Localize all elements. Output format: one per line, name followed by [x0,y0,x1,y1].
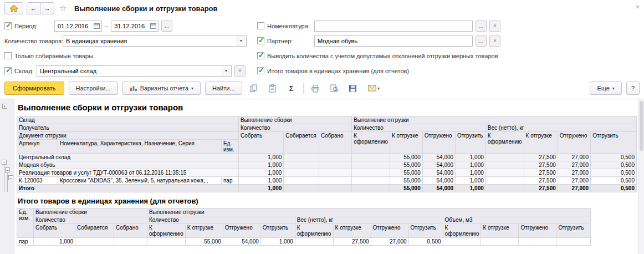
value-cell[interactable] [284,154,319,161]
deviations-checkbox[interactable] [257,52,264,59]
value-cell[interactable] [319,161,351,169]
more-button[interactable]: Еще ▾ [590,82,621,95]
column-header[interactable]: Отгрузить [260,224,295,238]
unit-cell[interactable]: пар [17,238,34,246]
value-cell[interactable] [319,154,351,161]
value-cell[interactable]: 55,000 [390,185,422,192]
value-cell[interactable]: 54,000 [422,169,455,177]
column-header[interactable]: К отгрузке [333,224,371,238]
report-variants-button[interactable]: Варианты отчета ▾ [122,82,201,95]
sum-button[interactable]: Σ [284,82,299,95]
item-unit[interactable]: пар [221,177,238,185]
value-cell[interactable]: 54,000 [223,238,260,246]
home-button[interactable] [4,2,23,14]
collapse-group-icon[interactable]: − [8,175,13,180]
column-header[interactable]: Склад [17,116,239,124]
value-cell[interactable]: 1,000 [456,161,486,169]
find-button[interactable]: Найти... [205,82,242,95]
calendar-icon[interactable] [93,23,100,29]
vertical-scrollbar[interactable] [638,99,644,254]
scrollbar-thumb[interactable] [640,101,643,151]
value-cell[interactable]: 1,000 [260,238,295,246]
value-cell[interactable]: 55,000 [390,169,422,177]
value-cell[interactable] [284,177,319,185]
column-header[interactable]: К оформлению [485,132,524,154]
value-cell[interactable] [481,238,519,246]
column-header[interactable]: К оформлению [295,224,333,238]
column-header[interactable]: К отгрузке [185,224,223,238]
value-cell[interactable]: 54,000 [422,185,455,192]
item-articul[interactable]: К-120003 [17,177,58,185]
value-cell[interactable]: 1,000 [238,177,283,185]
nomenclature-clear-button[interactable]: × [489,21,500,32]
warehouse-checkbox[interactable] [4,67,12,74]
value-cell[interactable] [319,185,351,192]
column-header[interactable]: Собрано [114,224,147,238]
value-cell[interactable] [485,185,524,192]
value-cell[interactable]: 55,000 [390,154,422,161]
value-cell[interactable]: 27,000 [558,185,590,192]
value-cell[interactable] [485,177,524,185]
column-header[interactable]: Артикул [17,140,58,154]
forward-button[interactable]: → [40,2,54,14]
print-button[interactable] [308,82,323,95]
back-button[interactable]: ← [27,2,40,14]
period-more-button[interactable]: ... [161,21,172,32]
column-header[interactable]: Собирается [75,224,114,238]
warehouse-clear-button[interactable]: × [234,65,246,77]
partner-more-button[interactable]: ... [476,35,487,47]
value-cell[interactable]: 27,000 [558,154,590,161]
column-header[interactable]: Отгружено [519,224,556,238]
partner-checkbox[interactable] [257,37,264,44]
value-cell[interactable] [556,238,591,246]
value-cell[interactable]: 27,000 [371,238,408,246]
favorite-star-button[interactable]: ☆ [58,3,69,13]
value-cell[interactable]: 0,500 [408,238,443,246]
value-cell[interactable]: 27,500 [524,177,558,185]
column-header[interactable]: К отгрузке [390,132,422,154]
expand-all-icon[interactable]: + [2,104,7,109]
value-cell[interactable] [319,169,351,177]
help-button[interactable]: ? [626,82,640,95]
column-header[interactable]: Количество [238,124,351,132]
column-header[interactable]: Выполнение сборки [34,209,147,216]
value-cell[interactable]: 0,500 [591,185,637,192]
value-cell[interactable]: 1,000 [238,169,283,177]
column-header[interactable]: Отгружено [422,132,455,154]
column-header[interactable]: Отгрузить [456,132,486,154]
partner-input[interactable]: Модная обувь [314,35,473,47]
value-cell[interactable] [147,238,186,246]
column-header[interactable]: Собрать [238,132,283,154]
value-cell[interactable]: 27,000 [558,169,590,177]
value-cell[interactable]: 1,000 [456,185,486,192]
column-header[interactable]: Выполнение сборки [238,116,351,124]
value-cell[interactable] [114,238,147,246]
value-cell[interactable] [485,169,524,177]
collapse-group-icon[interactable]: − [2,160,7,165]
value-cell[interactable]: 1,000 [238,185,283,192]
value-cell[interactable]: 27,000 [558,177,590,185]
column-header[interactable]: Отгружено [558,132,590,154]
close-icon[interactable]: × [635,3,640,11]
value-cell[interactable] [519,238,556,246]
copy-button[interactable] [247,82,261,95]
value-cell[interactable]: 0,500 [591,169,637,177]
group-label[interactable]: Центральный склад [17,154,239,161]
column-header[interactable]: Отгрузить [556,224,591,238]
value-cell[interactable]: 54,000 [422,154,455,161]
value-cell[interactable]: 27,500 [524,161,558,169]
column-header[interactable]: Ед. изм. [221,140,238,154]
column-header[interactable]: Количество [147,216,295,224]
value-cell[interactable]: 0,500 [591,154,637,161]
column-header[interactable]: Номенклатура, Характеристика, Назначение… [58,140,222,154]
value-cell[interactable]: 27,500 [524,185,558,192]
value-cell[interactable]: 1,000 [456,169,486,177]
column-header[interactable]: Отгрузить [591,132,637,154]
value-cell[interactable]: 0,500 [591,177,637,185]
save-button[interactable] [346,82,360,95]
send-mail-button[interactable]: ▾ [365,82,384,95]
value-cell[interactable]: 54,000 [422,161,455,169]
value-cell[interactable] [352,177,390,185]
value-cell[interactable] [352,154,390,161]
value-cell[interactable]: 27,500 [524,169,558,177]
